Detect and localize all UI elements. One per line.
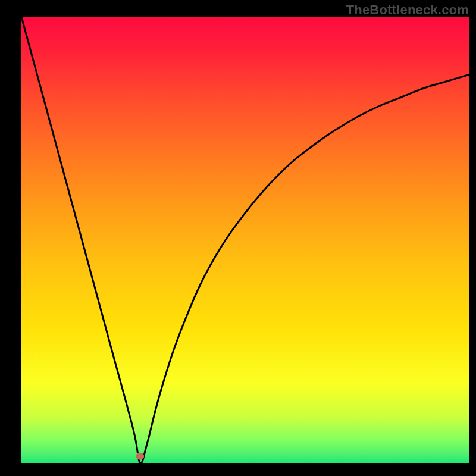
chart-frame: TheBottleneck.com bbox=[0, 0, 476, 476]
chart-svg bbox=[0, 0, 476, 476]
min-point-marker bbox=[136, 453, 144, 460]
plot-background bbox=[21, 17, 469, 463]
watermark-label: TheBottleneck.com bbox=[346, 2, 469, 18]
